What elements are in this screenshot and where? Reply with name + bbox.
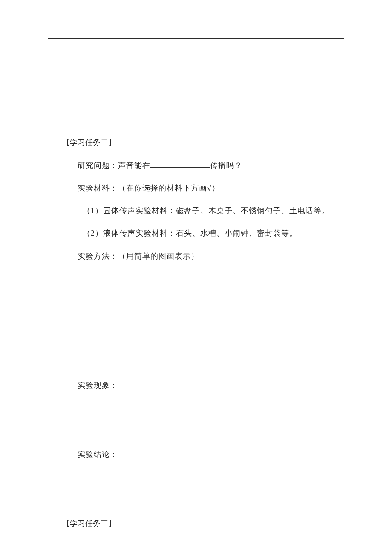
task-3-heading: 【学习任务三】 [62,518,331,529]
page: 【学习任务二】 研究问题：声音能在传播吗？ 实验材料：（在你选择的材料下方画√）… [0,0,392,555]
research-question-line: 研究问题：声音能在传播吗？ [78,159,331,171]
conclusion-line-2[interactable] [78,495,331,506]
method-drawing-box[interactable] [83,274,326,350]
phenomenon-line-2[interactable] [78,426,331,437]
research-question-blank[interactable] [150,159,210,168]
research-question-prefix: 研究问题：声音能在 [78,161,150,170]
materials-label: 实验材料：（在你选择的材料下方画√） [78,183,331,194]
phenomenon-line-1[interactable] [78,403,331,414]
materials-option-2: （2）液体传声实验材料：石头、水槽、小闹钟、密封袋等。 [83,228,331,239]
research-question-suffix: 传播吗？ [210,161,242,170]
task-2-heading: 【学习任务二】 [62,137,331,147]
conclusion-label: 实验结论： [78,449,331,460]
phenomenon-label: 实验现象： [78,380,331,390]
header-rule [48,38,344,39]
materials-option-1: （1）固体传声实验材料：磁盘子、木桌子、不锈钢勺子、土电话等。 [83,205,331,216]
conclusion-line-1[interactable] [78,472,331,483]
worksheet-content: 【学习任务二】 研究问题：声音能在传播吗？ 实验材料：（在你选择的材料下方画√）… [55,48,338,541]
method-label: 实验方法：（用简单的图画表示） [78,251,331,262]
